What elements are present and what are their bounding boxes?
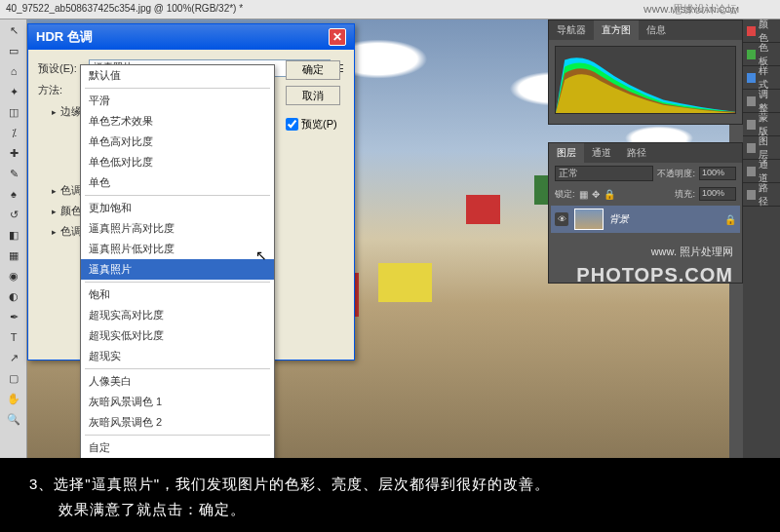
dropdown-item[interactable]: 单色低对比度 bbox=[81, 152, 274, 172]
tab-paths[interactable]: 路径 bbox=[619, 143, 654, 163]
eyedropper-tool-icon[interactable]: ⁒ bbox=[2, 123, 25, 142]
collapsed-panels: 颜色色板样式调整蒙版图层通道路径 bbox=[743, 19, 780, 458]
dropdown-separator bbox=[85, 435, 270, 436]
marquee-tool-icon[interactable]: ▭ bbox=[2, 41, 25, 60]
blur-tool-icon[interactable]: ◉ bbox=[2, 266, 25, 285]
lock-all-icon[interactable]: 🔒 bbox=[604, 189, 615, 200]
zoom-tool-icon[interactable]: 🔍 bbox=[2, 409, 25, 429]
panel-toggle[interactable]: 色板 bbox=[743, 43, 780, 66]
panel-toggle[interactable]: 颜色 bbox=[743, 19, 780, 43]
lasso-tool-icon[interactable]: ⌂ bbox=[2, 61, 25, 81]
preview-checkbox[interactable]: 预览(P) bbox=[286, 117, 344, 132]
gradient-tool-icon[interactable]: ▦ bbox=[2, 246, 25, 265]
nav-tabs: 导航器 直方图 信息 bbox=[549, 20, 742, 40]
ok-button[interactable]: 确定 bbox=[286, 60, 340, 80]
tab-info[interactable]: 信息 bbox=[639, 20, 674, 40]
dropdown-item[interactable]: 人像美白 bbox=[81, 371, 274, 392]
dropdown-item[interactable]: 自定 bbox=[81, 437, 274, 458]
dropdown-item[interactable]: 默认值 bbox=[81, 65, 274, 86]
dropdown-item[interactable]: 单色艺术效果 bbox=[81, 111, 274, 132]
dialog-title-text: HDR 色调 bbox=[36, 28, 93, 46]
preview-check-input[interactable] bbox=[286, 118, 298, 131]
fill-value[interactable]: 100% bbox=[699, 187, 736, 201]
lock-label: 锁定: bbox=[555, 188, 575, 201]
wand-tool-icon[interactable]: ✦ bbox=[2, 82, 25, 101]
caption-line2: 效果满意了就点击：确定。 bbox=[29, 497, 751, 522]
opacity-label: 不透明度: bbox=[657, 168, 695, 180]
tab-channels[interactable]: 通道 bbox=[584, 143, 619, 163]
path-tool-icon[interactable]: ↗ bbox=[2, 348, 25, 367]
history-brush-icon[interactable]: ↺ bbox=[2, 205, 25, 224]
dialog-titlebar[interactable]: HDR 色调 ✕ bbox=[28, 24, 354, 50]
forum-label: 思缘设计论坛 bbox=[673, 2, 737, 17]
dropdown-item[interactable]: 逼真照片高对比度 bbox=[81, 218, 274, 239]
panel-icon bbox=[747, 26, 756, 36]
dropdown-item[interactable]: 灰暗风景调色 2 bbox=[81, 412, 274, 433]
tab-histogram[interactable]: 直方图 bbox=[594, 20, 639, 40]
panel-icon bbox=[747, 190, 756, 200]
panel-icon bbox=[747, 96, 756, 106]
blend-mode-select[interactable]: 正常 bbox=[555, 166, 653, 181]
method-label: 方法: bbox=[38, 84, 62, 95]
navigator-histogram-panel: 导航器 直方图 信息 bbox=[548, 19, 743, 125]
dodge-tool-icon[interactable]: ◐ bbox=[2, 286, 25, 306]
watermark-domain: PHOTOPS.COM bbox=[576, 264, 733, 285]
close-icon[interactable]: ✕ bbox=[329, 28, 346, 46]
dropdown-item[interactable]: 饱和 bbox=[81, 285, 274, 305]
move-tool-icon[interactable]: ↖ bbox=[2, 20, 25, 40]
panel-icon bbox=[747, 120, 756, 130]
opacity-value[interactable]: 100% bbox=[699, 167, 736, 180]
dropdown-item[interactable]: 更加饱和 bbox=[81, 198, 274, 218]
panel-toggle[interactable]: 图层 bbox=[743, 136, 780, 160]
pen-tool-icon[interactable]: ✒ bbox=[2, 307, 25, 326]
dropdown-item[interactable]: 逼真照片 bbox=[81, 259, 274, 280]
watermark-www: www. bbox=[651, 246, 677, 257]
shape-tool-icon[interactable]: ▢ bbox=[2, 368, 25, 388]
preset-dropdown: 默认值平滑单色艺术效果单色高对比度单色低对比度单色更加饱和逼真照片高对比度逼真照… bbox=[80, 64, 275, 459]
prayer-flag bbox=[378, 263, 432, 302]
lock-position-icon[interactable]: ✥ bbox=[592, 189, 600, 200]
dropdown-item[interactable]: 平滑 bbox=[81, 91, 274, 111]
watermark-cn: 照片处理网 bbox=[680, 246, 733, 257]
heal-tool-icon[interactable]: ✚ bbox=[2, 143, 25, 163]
dropdown-separator bbox=[85, 195, 270, 196]
panel-toggle[interactable]: 样式 bbox=[743, 66, 780, 90]
dropdown-item[interactable]: 灰暗风景调色 1 bbox=[81, 392, 274, 412]
tab-layers[interactable]: 图层 bbox=[549, 143, 584, 163]
photoshop-app: 40_97522_ab508637425c354.jpg @ 100%(RGB/… bbox=[0, 0, 780, 458]
dropdown-item[interactable]: 单色 bbox=[81, 172, 274, 193]
panel-toggle[interactable]: 蒙版 bbox=[743, 113, 780, 136]
dropdown-separator bbox=[85, 88, 270, 89]
dropdown-separator bbox=[85, 368, 270, 369]
lock-pixels-icon[interactable]: ▦ bbox=[579, 189, 588, 200]
lock-icon: 🔒 bbox=[724, 214, 736, 225]
type-tool-icon[interactable]: T bbox=[2, 327, 25, 347]
crop-tool-icon[interactable]: ◫ bbox=[2, 102, 25, 122]
brush-tool-icon[interactable]: ✎ bbox=[2, 164, 25, 183]
layer-row[interactable]: 👁 背景 🔒 bbox=[551, 206, 740, 233]
prayer-flag bbox=[466, 195, 500, 224]
panel-toggle[interactable]: 路径 bbox=[743, 183, 780, 207]
dialog-buttons: 确定 取消 预览(P) bbox=[286, 59, 344, 132]
stamp-tool-icon[interactable]: ♠ bbox=[2, 184, 25, 204]
histogram-display bbox=[555, 46, 736, 114]
preset-label: 预设(E): bbox=[38, 61, 85, 76]
layer-thumbnail[interactable] bbox=[574, 209, 604, 230]
tools-panel: ↖ ▭ ⌂ ✦ ◫ ⁒ ✚ ✎ ♠ ↺ ◧ ▦ ◉ ◐ ✒ T ↗ ▢ ✋ 🔍 bbox=[0, 19, 27, 458]
dropdown-item[interactable]: 超现实低对比度 bbox=[81, 325, 274, 346]
dropdown-item[interactable]: 超现实高对比度 bbox=[81, 305, 274, 325]
hand-tool-icon[interactable]: ✋ bbox=[2, 389, 25, 408]
layer-name[interactable]: 背景 bbox=[609, 212, 629, 226]
tab-navigator[interactable]: 导航器 bbox=[549, 20, 594, 40]
fill-label: 填充: bbox=[675, 188, 695, 201]
eraser-tool-icon[interactable]: ◧ bbox=[2, 225, 25, 245]
dropdown-item[interactable]: 单色高对比度 bbox=[81, 132, 274, 152]
caption-line1: 3、选择"逼真照片"，我们发现图片的色彩、亮度、层次都得到很好的改善。 bbox=[29, 472, 751, 497]
panel-label: 路径 bbox=[759, 181, 776, 209]
panel-toggle[interactable]: 调整 bbox=[743, 90, 780, 113]
dropdown-item[interactable]: 逼真照片低对比度 bbox=[81, 239, 274, 259]
visibility-icon[interactable]: 👁 bbox=[555, 212, 568, 226]
dropdown-item[interactable]: 超现实 bbox=[81, 346, 274, 366]
panel-toggle[interactable]: 通道 bbox=[743, 160, 780, 183]
cancel-button[interactable]: 取消 bbox=[286, 86, 340, 105]
